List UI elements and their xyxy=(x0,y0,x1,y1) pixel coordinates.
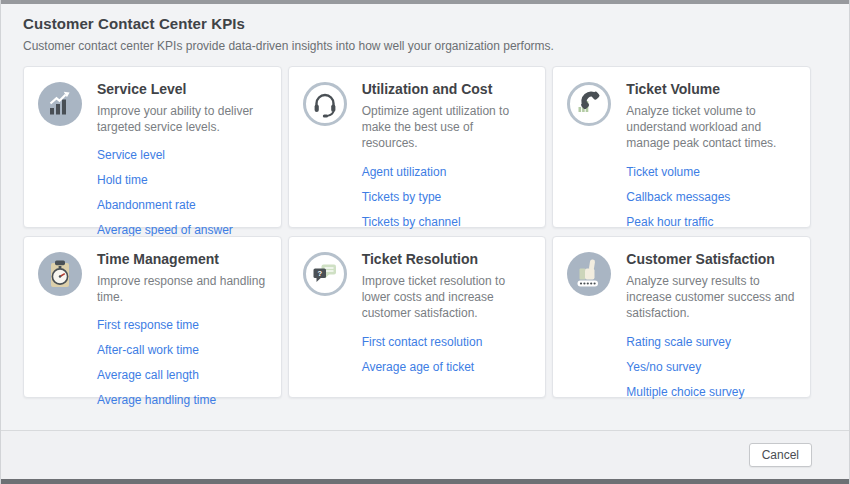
card-title: Ticket Resolution xyxy=(362,251,532,267)
kpi-picker-dialog: Customer Contact Center KPIs Customer co… xyxy=(0,0,850,484)
link-first-response-time[interactable]: First response time xyxy=(97,318,199,332)
card-links: First contact resolution Average age of … xyxy=(362,335,532,374)
phone-volume-icon xyxy=(567,82,611,126)
thumbs-up-icon xyxy=(567,252,611,296)
stopwatch-icon xyxy=(38,252,82,296)
link-ticket-volume[interactable]: Ticket volume xyxy=(626,165,700,179)
link-yes-no-survey[interactable]: Yes/no survey xyxy=(626,360,701,374)
kpi-cards-grid: Service Level Improve your ability to de… xyxy=(23,66,811,398)
link-callback-messages[interactable]: Callback messages xyxy=(626,190,730,204)
card-description: Improve response and handling time. xyxy=(97,273,267,305)
card-description: Analyze ticket volume to understand work… xyxy=(626,103,796,152)
card-ticket-resolution: ? Ticket Resolution Improve ticket resol… xyxy=(288,236,547,398)
card-links: Ticket volume Callback messages Peak hou… xyxy=(626,165,796,229)
card-title: Ticket Volume xyxy=(626,81,796,97)
link-agent-utilization[interactable]: Agent utilization xyxy=(362,165,447,179)
card-description: Improve your ability to deliver targeted… xyxy=(97,103,267,135)
card-title: Service Level xyxy=(97,81,267,97)
card-links: First response time After-call work time… xyxy=(97,318,267,407)
card-service-level: Service Level Improve your ability to de… xyxy=(23,66,282,228)
card-links: Service level Hold time Abandonment rate… xyxy=(97,148,267,237)
card-time-management: Time Management Improve response and han… xyxy=(23,236,282,398)
link-after-call-work-time[interactable]: After-call work time xyxy=(97,343,199,357)
dialog-content: Customer Contact Center KPIs Customer co… xyxy=(1,4,849,398)
link-service-level[interactable]: Service level xyxy=(97,148,165,162)
chat-bubbles-icon: ? xyxy=(303,252,347,296)
card-title: Time Management xyxy=(97,251,267,267)
link-tickets-by-channel[interactable]: Tickets by channel xyxy=(362,215,461,229)
link-peak-hour-traffic[interactable]: Peak hour traffic xyxy=(626,215,713,229)
headset-icon xyxy=(303,82,347,126)
card-description: Optimize agent utilization to make the b… xyxy=(362,103,532,152)
card-customer-satisfaction: Customer Satisfaction Analyze survey res… xyxy=(552,236,811,398)
link-hold-time[interactable]: Hold time xyxy=(97,173,148,187)
dialog-footer: Cancel xyxy=(1,430,849,479)
cancel-button[interactable]: Cancel xyxy=(749,443,812,467)
link-average-call-length[interactable]: Average call length xyxy=(97,368,199,382)
card-utilization-and-cost: Utilization and Cost Optimize agent util… xyxy=(288,66,547,228)
card-title: Utilization and Cost xyxy=(362,81,532,97)
svg-text:?: ? xyxy=(317,269,322,278)
bar-chart-trend-icon xyxy=(38,82,82,126)
card-title: Customer Satisfaction xyxy=(626,251,796,267)
link-first-contact-resolution[interactable]: First contact resolution xyxy=(362,335,483,349)
card-description: Analyze survey results to increase custo… xyxy=(626,273,796,322)
card-description: Improve ticket resolution to lower costs… xyxy=(362,273,532,322)
link-average-age-of-ticket[interactable]: Average age of ticket xyxy=(362,360,475,374)
link-tickets-by-type[interactable]: Tickets by type xyxy=(362,190,442,204)
link-abandonment-rate[interactable]: Abandonment rate xyxy=(97,198,196,212)
link-multiple-choice-survey[interactable]: Multiple choice survey xyxy=(626,385,744,399)
link-average-handling-time[interactable]: Average handling time xyxy=(97,393,216,407)
window-bottom-edge xyxy=(1,479,849,484)
page-title: Customer Contact Center KPIs xyxy=(23,15,811,32)
page-subtitle: Customer contact center KPIs provide dat… xyxy=(23,39,811,53)
link-rating-scale-survey[interactable]: Rating scale survey xyxy=(626,335,731,349)
card-links: Rating scale survey Yes/no survey Multip… xyxy=(626,335,796,399)
card-ticket-volume: Ticket Volume Analyze ticket volume to u… xyxy=(552,66,811,228)
